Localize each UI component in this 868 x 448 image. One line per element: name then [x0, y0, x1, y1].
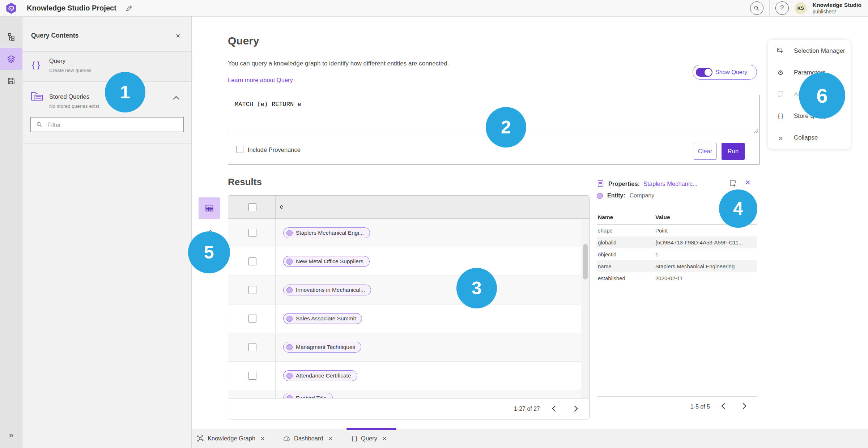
table-row: Firebird Title [228, 390, 589, 398]
entity-row: Entity: Company [597, 192, 654, 199]
properties-header: Properties: Staplers Mechanic... [597, 179, 698, 188]
select-all-checkbox[interactable] [248, 203, 256, 211]
edit-title-icon[interactable] [125, 4, 133, 12]
clear-button[interactable]: Clear [694, 143, 716, 160]
results-rows: Staplers Mechanical Engi... New Metal Of… [228, 219, 589, 398]
question-mark-icon: ? [780, 4, 784, 12]
collapse-section-icon[interactable] [173, 96, 179, 102]
expand-rail-button[interactable]: » [0, 431, 22, 440]
query-item-label: Query [49, 57, 65, 64]
search-button[interactable] [750, 1, 763, 15]
entity-pill[interactable]: Attendance Certificate [283, 370, 357, 381]
double-chevron-right-icon: » [776, 134, 784, 142]
add-to-window-icon [776, 90, 784, 98]
contents-button[interactable] [0, 48, 22, 70]
close-tab-icon[interactable]: ✕ [328, 436, 333, 441]
results-prev-page-button[interactable] [551, 404, 559, 414]
selection-manager-icon [776, 47, 784, 55]
results-next-page-button[interactable] [570, 404, 579, 414]
selection-manager-item[interactable]: Selection Manager [768, 40, 851, 62]
properties-next-page-button[interactable] [739, 402, 748, 411]
table-icon [205, 204, 214, 213]
results-scrollbar-track[interactable] [581, 219, 589, 398]
close-panel-icon[interactable]: ✕ [176, 33, 180, 39]
user-menu[interactable]: Knowledge Studio publisher2 [813, 2, 861, 15]
entity-dot-icon [286, 230, 293, 236]
row-checkbox[interactable] [248, 343, 256, 351]
add-to-window-icon[interactable] [728, 179, 737, 188]
row-checkbox[interactable] [248, 315, 256, 323]
collapse-item[interactable]: » Collapse [768, 127, 851, 149]
entity-dot-icon [286, 259, 293, 265]
filter-search-icon [36, 121, 43, 128]
table-view-button[interactable] [199, 197, 220, 219]
query-item-sublabel: Create new queries [49, 68, 92, 73]
include-provenance-checkbox[interactable] [236, 146, 243, 153]
sidebar-item-query[interactable]: { } Query Create new queries [22, 51, 191, 82]
properties-icon [597, 179, 605, 188]
entity-dot-icon [286, 316, 293, 322]
row-checkbox[interactable] [248, 286, 256, 294]
entity-pill[interactable]: Staplers Mechanical Engi... [283, 227, 370, 238]
entity-pill[interactable]: Managment Techniques [283, 342, 361, 353]
run-button[interactable]: Run [722, 143, 745, 160]
filter-input[interactable] [47, 118, 182, 132]
save-button[interactable] [0, 70, 22, 92]
data-model-button[interactable] [0, 26, 22, 48]
help-button[interactable]: ? [775, 1, 789, 15]
table-row: New Metal Office Suppliers [228, 247, 589, 276]
project-title: Knowledge Studio Project [27, 4, 116, 12]
results-pagination: 1-27 of 27 [228, 398, 589, 419]
annotation-circle-6: 6 [799, 72, 845, 119]
close-tab-icon[interactable]: ✕ [382, 436, 387, 441]
app-logo-icon [5, 2, 17, 14]
tab-knowledge-graph[interactable]: Knowledge Graph ✕ [196, 429, 265, 448]
property-row: globalid{5D9B4713-F98D-4A53-A59F-C11... [597, 236, 757, 248]
show-query-label: Show Query [715, 69, 747, 76]
entity-pill[interactable]: Innovations in Mechanical... [283, 285, 371, 295]
properties-page-range: 1-5 of 5 [690, 404, 710, 410]
query-contents-panel: Query Contents ✕ { } Query Create new qu… [22, 17, 192, 448]
header-divider [769, 0, 770, 17]
row-checkbox[interactable] [248, 372, 256, 380]
row-checkbox[interactable] [248, 257, 256, 265]
entity-label: Entity: [607, 192, 625, 199]
results-scrollbar-thumb[interactable] [583, 244, 588, 280]
user-role: publisher2 [813, 8, 861, 15]
show-query-toggle[interactable]: Show Query [693, 65, 757, 80]
entity-dot-icon [286, 287, 293, 293]
entity-pill[interactable]: Firebird Title [283, 393, 333, 398]
table-row: Attendance Certificate [228, 362, 589, 390]
panel-title: Query Contents [31, 32, 78, 39]
layers-icon [7, 55, 16, 63]
resize-handle[interactable] [754, 129, 758, 133]
include-provenance-label: Include Provenance [248, 146, 301, 153]
property-row: nameStaplers Mechanical Engineering [597, 260, 757, 272]
properties-prev-page-button[interactable] [720, 402, 729, 411]
close-tab-icon[interactable]: ✕ [260, 436, 265, 441]
properties-entity-link[interactable]: Staplers Mechanic... [643, 180, 697, 187]
chevron-left-icon [552, 405, 558, 411]
toggle-knob [705, 69, 712, 76]
entity-dot-icon [286, 344, 293, 350]
data-model-icon [7, 33, 16, 41]
properties-title: Properties: [608, 180, 640, 187]
row-checkbox[interactable] [248, 229, 256, 237]
braces-icon: { } [776, 113, 784, 119]
entity-dot-icon [597, 193, 603, 199]
entity-pill[interactable]: Sales Associate Summit [283, 313, 362, 324]
braces-icon: { } [32, 60, 40, 70]
entity-pill[interactable]: New Metal Office Suppliers [283, 256, 370, 267]
avatar[interactable]: KS [795, 2, 807, 14]
chevron-right-icon [572, 405, 578, 411]
tab-query-active[interactable]: { } Query ✕ [352, 429, 387, 448]
learn-more-link[interactable]: Learn more about Query [228, 77, 293, 84]
tab-dashboard[interactable]: Dashboard ✕ [283, 429, 332, 448]
annotation-circle-3: 3 [456, 268, 497, 308]
results-table-header: e [228, 196, 589, 219]
chevron-left-icon [722, 403, 728, 409]
results-table: e Staplers Mechanical Engi... New Metal … [228, 195, 590, 419]
knowledge-graph-icon [196, 435, 204, 442]
close-properties-icon[interactable]: ✕ [745, 179, 750, 187]
panel-divider [22, 143, 191, 144]
